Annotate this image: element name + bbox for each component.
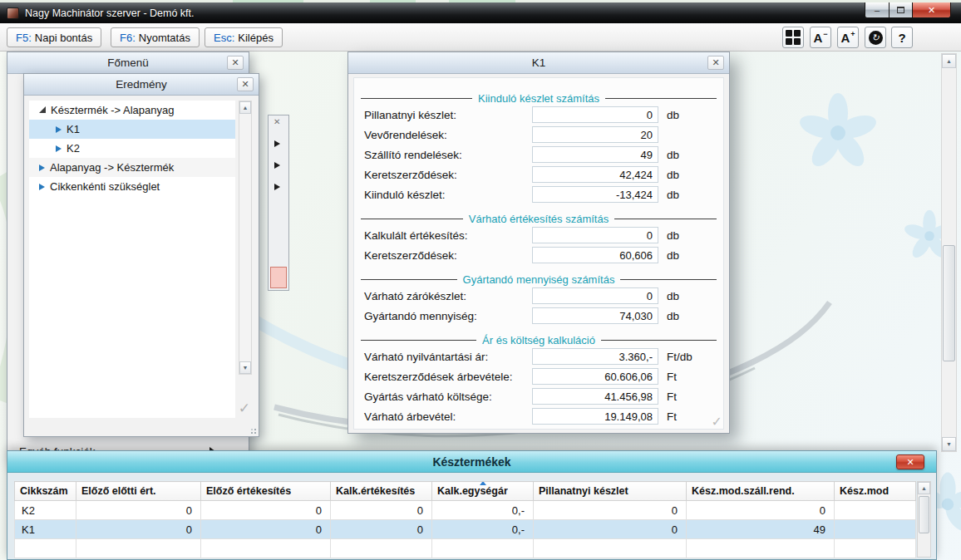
- keretszerzodesek2-input[interactable]: [532, 247, 658, 263]
- tree-scrollbar[interactable]: ▲ ▼: [239, 101, 252, 375]
- cell-value[interactable]: 49: [687, 520, 835, 539]
- font-decrease-button[interactable]: A−: [810, 27, 831, 48]
- help-button[interactable]: ?: [891, 27, 913, 48]
- section-header-varhato-ertekesites: Várható értékesítés számítás: [361, 211, 717, 226]
- collapsed-arrow-icon[interactable]: [274, 140, 280, 147]
- close-button[interactable]: ✕: [913, 2, 951, 18]
- varhato-nyilvantartasi-ar-input[interactable]: [532, 348, 658, 365]
- k1-close-button[interactable]: ✕: [707, 56, 724, 70]
- field-row: Várható árbevétel: Ft: [361, 407, 717, 427]
- table-header-row: Cikkszám Előző előtti ért. Előző értékes…: [15, 482, 916, 501]
- tree-item-k1[interactable]: K1: [29, 120, 235, 139]
- scrollbar-thumb[interactable]: [919, 496, 929, 533]
- table-scrollbar[interactable]: ▲: [917, 481, 931, 558]
- grid-view-button[interactable]: [782, 27, 804, 48]
- cell-value[interactable]: [835, 539, 916, 558]
- tree-item-cikkenkenti-szukseglet[interactable]: Cikkenkénti szükséglet: [29, 177, 235, 196]
- expanded-arrow-icon[interactable]: [39, 106, 46, 113]
- napi-bontas-button[interactable]: F5: Napi bontás: [7, 27, 101, 47]
- cell-cikkszam[interactable]: K1: [15, 520, 76, 539]
- cell-value[interactable]: [432, 539, 534, 558]
- column-header-kalk-egysegar[interactable]: Kalk.egységár: [432, 482, 534, 501]
- cell-value[interactable]: 0: [201, 501, 331, 520]
- tree-item-alapanyag-kesztermek[interactable]: Alapanyag -> Késztermék: [29, 158, 235, 177]
- column-header-elozo-ertekesites[interactable]: Előző értékesítés: [201, 482, 331, 501]
- cell-cikkszam[interactable]: K2: [15, 501, 76, 520]
- pillanatnyi-keszlet-input[interactable]: [532, 106, 658, 123]
- grid-icon: [786, 30, 801, 45]
- cell-value[interactable]: [534, 539, 687, 558]
- font-increase-button[interactable]: A+: [837, 27, 859, 48]
- kiindulo-keszlet-input[interactable]: [532, 186, 658, 203]
- tree-item-k2[interactable]: K2: [29, 139, 235, 158]
- cell-value[interactable]: 0: [331, 501, 432, 520]
- collapsed-arrow-icon[interactable]: [56, 145, 62, 152]
- collapsed-arrow-icon[interactable]: [274, 162, 280, 169]
- scroll-up-button[interactable]: ▲: [942, 54, 956, 68]
- keretszerzodesek-arbevetele-input[interactable]: [532, 368, 658, 385]
- gyartas-varhato-koltsege-input[interactable]: [532, 388, 658, 405]
- cell-value[interactable]: [76, 539, 201, 558]
- resize-grip[interactable]: [247, 425, 257, 435]
- scroll-down-button[interactable]: ▼: [942, 437, 956, 451]
- keretszerzodesek-input[interactable]: [532, 166, 658, 183]
- fomenu-title: Főmenü: [107, 56, 149, 69]
- gyartando-mennyiseg-input[interactable]: [532, 307, 658, 324]
- cell-value[interactable]: [201, 539, 331, 558]
- kesztermekek-close-button[interactable]: ✕: [896, 454, 924, 469]
- collapsed-arrow-icon[interactable]: [39, 165, 45, 171]
- cell-value[interactable]: [835, 520, 916, 539]
- scroll-up-button[interactable]: ▲: [239, 101, 251, 114]
- nyomtatas-button[interactable]: F6: Nyomtatás: [111, 27, 200, 47]
- fomenu-header: Főmenü ✕: [7, 52, 249, 74]
- kesztermekek-panel: Késztermékek ✕ Cikkszám Előző előtti ért…: [7, 450, 937, 560]
- cell-value[interactable]: 0: [687, 501, 835, 520]
- eredmeny-close-button[interactable]: ✕: [237, 77, 254, 91]
- kilepes-button[interactable]: Esc: Kilépés: [205, 27, 283, 47]
- main-scrollbar[interactable]: ▲ ▼: [941, 53, 957, 452]
- maximize-button[interactable]: [890, 2, 913, 18]
- column-header-kesz-mod[interactable]: Kész.mod: [835, 482, 916, 501]
- refresh-button[interactable]: ↻: [865, 27, 886, 48]
- cell-value[interactable]: 0: [76, 501, 201, 520]
- cell-value[interactable]: [835, 501, 916, 520]
- cell-value[interactable]: 0: [331, 520, 432, 539]
- cell-value[interactable]: 0: [534, 520, 687, 539]
- column-header-elozo-elotti-ert[interactable]: Előző előtti ért.: [76, 482, 201, 501]
- collapsed-arrow-icon[interactable]: [274, 184, 280, 190]
- column-header-pillanatnyi-keszlet[interactable]: Pillanatnyi készlet: [534, 482, 687, 501]
- kalkulalt-ertekesites-input[interactable]: [532, 227, 658, 243]
- cell-value[interactable]: [331, 539, 432, 558]
- fomenu-close-button[interactable]: ✕: [227, 56, 244, 70]
- cell-value[interactable]: 0,-: [432, 520, 534, 539]
- cell-value[interactable]: 0: [201, 520, 331, 539]
- column-header-kesz-mod-szall-rend[interactable]: Kész.mod.száll.rend.: [687, 482, 835, 501]
- tree-item-kesztermek-alapanyag[interactable]: Késztermék -> Alapanyag: [29, 101, 235, 120]
- cell-cikkszam[interactable]: [15, 539, 76, 558]
- scroll-down-button[interactable]: ▼: [239, 361, 251, 374]
- table-row-empty[interactable]: [15, 539, 916, 558]
- varhato-arbevetel-input[interactable]: [532, 408, 658, 425]
- table-row-k1[interactable]: K1 0 0 0 0,- 0 49: [15, 520, 916, 539]
- cell-value[interactable]: [687, 539, 835, 558]
- close-icon[interactable]: ✕: [274, 117, 280, 126]
- cell-value[interactable]: 0: [76, 520, 201, 539]
- vevorendelesek-input[interactable]: [532, 126, 658, 143]
- cell-value[interactable]: 0: [534, 501, 687, 520]
- tree-item-label: Cikkenkénti szükséglet: [50, 180, 160, 193]
- cell-value[interactable]: 0,-: [432, 501, 534, 520]
- varhato-zarokeszlet-input[interactable]: [532, 287, 658, 304]
- font-increase-icon: A: [840, 32, 850, 44]
- minimize-button[interactable]: –: [865, 2, 890, 18]
- scrollbar-thumb[interactable]: [943, 245, 955, 361]
- field-label: Gyártandó mennyiség:: [364, 310, 477, 322]
- table-row-k2[interactable]: K2 0 0 0 0,- 0 0: [15, 501, 916, 520]
- collapsed-arrow-icon[interactable]: [56, 126, 62, 133]
- field-unit: Ft: [667, 410, 677, 423]
- collapsed-arrow-icon[interactable]: [39, 184, 45, 190]
- k1-dialog-title: K1: [532, 56, 546, 69]
- column-header-kalk-ertekesites[interactable]: Kalk.értékesítés: [331, 482, 432, 501]
- szallito-rendelesek-input[interactable]: [532, 146, 658, 163]
- scroll-up-button[interactable]: ▲: [918, 482, 930, 494]
- column-header-cikkszam[interactable]: Cikkszám: [15, 482, 76, 501]
